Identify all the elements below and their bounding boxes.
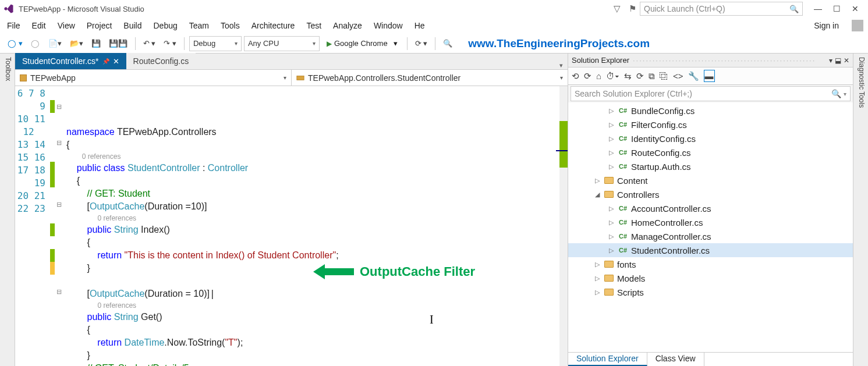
properties-icon[interactable]: 🔧 bbox=[688, 71, 699, 81]
fold-gutter[interactable]: ⊟⊟⊟⊟ bbox=[55, 86, 63, 366]
menu-team[interactable]: Team bbox=[183, 19, 215, 33]
menu-window[interactable]: Window bbox=[368, 19, 409, 33]
refresh-icon[interactable]: ⟳ bbox=[636, 71, 644, 81]
menu-architecture[interactable]: Architecture bbox=[246, 19, 301, 33]
menu-build[interactable]: Build bbox=[118, 19, 147, 33]
menu-tools[interactable]: Tools bbox=[215, 19, 246, 33]
csharp-file-icon: C# bbox=[618, 106, 628, 115]
tree-node[interactable]: ▷C#AccountController.cs bbox=[568, 201, 853, 215]
tree-node[interactable]: ▷C#StudentController.cs bbox=[568, 243, 853, 257]
tree-node[interactable]: ▷C#BundleConfig.cs bbox=[568, 104, 853, 118]
config-selector[interactable]: Debug▾ bbox=[189, 36, 242, 51]
pin-pane-icon[interactable]: ⬓ bbox=[835, 56, 841, 65]
platform-selector[interactable]: Any CPU▾ bbox=[244, 36, 320, 51]
pane-dropdown-icon[interactable]: ▾ bbox=[829, 56, 832, 65]
maximize-button[interactable]: ☐ bbox=[827, 0, 846, 17]
chevron-icon[interactable]: ▷ bbox=[608, 121, 615, 129]
csharp-file-icon: C# bbox=[618, 232, 628, 241]
diagnostic-tools-tab[interactable]: Diagnostic Tools bbox=[853, 54, 868, 366]
toolbox-panel-tab[interactable]: Toolbox bbox=[0, 54, 15, 366]
preview-icon[interactable]: ▬ bbox=[704, 70, 715, 82]
code-content[interactable]: namespace TEPwebApp.Controllers { 0 refe… bbox=[63, 86, 568, 366]
chevron-icon[interactable]: ▷ bbox=[594, 289, 601, 296]
solution-tree[interactable]: ▷C#BundleConfig.cs▷C#FilterConfig.cs▷C#I… bbox=[568, 102, 853, 352]
tree-node[interactable]: ▷C#HomeController.cs bbox=[568, 215, 853, 229]
find-button[interactable]: 🔍 bbox=[440, 36, 455, 51]
chevron-icon[interactable]: ▷ bbox=[608, 135, 615, 143]
save-button[interactable]: 💾 bbox=[88, 36, 104, 51]
minimize-button[interactable]: — bbox=[809, 0, 827, 17]
menu-debug[interactable]: Debug bbox=[148, 19, 183, 33]
redo-button[interactable]: ↷ ▾ bbox=[161, 36, 179, 51]
avatar-icon[interactable] bbox=[852, 20, 863, 31]
tab-class-view[interactable]: Class View bbox=[647, 353, 704, 366]
save-all-button[interactable]: 💾💾 bbox=[106, 36, 130, 51]
codelens-reference[interactable]: 0 references bbox=[66, 300, 568, 311]
menu-project[interactable]: Project bbox=[81, 19, 118, 33]
tree-node-label: Scripts bbox=[617, 287, 644, 297]
undo-button[interactable]: ↶ ▾ bbox=[140, 36, 159, 51]
nav-project-selector[interactable]: TEPwebApp ▾ bbox=[15, 70, 292, 86]
menu-file[interactable]: File bbox=[1, 19, 26, 33]
quick-launch-input[interactable]: Quick Launch (Ctrl+Q) 🔍 bbox=[640, 2, 803, 16]
refresh-button[interactable]: ⟳ ▾ bbox=[412, 36, 431, 51]
chevron-icon[interactable]: ▷ bbox=[594, 275, 601, 282]
doc-tab-studentcontroller[interactable]: StudentController.cs* 📌 ✕ bbox=[15, 53, 126, 69]
menu-view[interactable]: View bbox=[52, 19, 81, 33]
chevron-icon[interactable]: ▷ bbox=[608, 205, 615, 212]
pin-icon[interactable]: 📌 bbox=[102, 58, 109, 65]
code-icon[interactable]: <> bbox=[673, 71, 683, 81]
chevron-icon[interactable]: ◢ bbox=[594, 191, 601, 198]
tabs-dropdown-icon[interactable]: ▾ bbox=[559, 62, 563, 69]
forward-icon[interactable]: ⟳ bbox=[584, 71, 591, 81]
scrollbar-track[interactable] bbox=[559, 86, 568, 366]
close-pane-icon[interactable]: ✕ bbox=[844, 56, 849, 65]
back-button[interactable]: ◯ ▾ bbox=[5, 36, 26, 51]
code-editor[interactable]: 6 7 8 9 10 11 12 13 14 15 16 17 18 19 20… bbox=[15, 86, 568, 366]
tree-node[interactable]: ▷C#ManageController.cs bbox=[568, 229, 853, 243]
chevron-icon[interactable]: ▷ bbox=[608, 163, 615, 170]
new-project-button[interactable]: 📄▾ bbox=[45, 36, 65, 51]
tree-node[interactable]: ▷Models bbox=[568, 271, 853, 285]
flag-icon[interactable]: ⚑ bbox=[625, 0, 640, 17]
tab-solution-explorer[interactable]: Solution Explorer bbox=[568, 353, 647, 366]
menu-help[interactable]: He bbox=[409, 19, 431, 33]
close-window-button[interactable]: ✕ bbox=[846, 0, 865, 17]
sign-in-link[interactable]: Sign in bbox=[814, 21, 846, 30]
menu-test[interactable]: Test bbox=[300, 19, 327, 33]
tree-node[interactable]: ▷Content bbox=[568, 173, 853, 187]
tree-node[interactable]: ▷C#RouteConfig.cs bbox=[568, 145, 853, 159]
tree-node[interactable]: ◢Controllers bbox=[568, 187, 853, 201]
chevron-icon[interactable]: ▷ bbox=[608, 107, 615, 115]
chevron-icon[interactable]: ▷ bbox=[608, 149, 615, 157]
chevron-icon[interactable]: ▷ bbox=[594, 261, 601, 268]
tree-node[interactable]: ▷C#IdentityConfig.cs bbox=[568, 132, 853, 145]
home-icon[interactable]: ⌂ bbox=[596, 71, 601, 81]
open-button[interactable]: 📂▾ bbox=[67, 36, 86, 51]
funnel-icon[interactable]: ▽ bbox=[610, 0, 625, 17]
chevron-icon[interactable]: ▷ bbox=[608, 219, 615, 226]
sync-icon[interactable]: ⇆ bbox=[624, 71, 632, 81]
forward-button[interactable]: ◯ bbox=[28, 36, 43, 51]
menu-analyze[interactable]: Analyze bbox=[327, 19, 368, 33]
copy-icon[interactable]: ⿻ bbox=[660, 71, 668, 81]
tree-node[interactable]: ▷fonts bbox=[568, 257, 853, 271]
chevron-icon[interactable]: ▷ bbox=[608, 247, 615, 254]
doc-tab-routeconfig[interactable]: RouteConfig.cs bbox=[126, 53, 196, 69]
close-tab-icon[interactable]: ✕ bbox=[113, 57, 119, 66]
menu-edit[interactable]: Edit bbox=[26, 19, 52, 33]
tree-node[interactable]: ▷C#Startup.Auth.cs bbox=[568, 159, 853, 173]
tree-node[interactable]: ▷C#FilterConfig.cs bbox=[568, 118, 853, 132]
chevron-icon[interactable]: ▷ bbox=[594, 177, 601, 184]
tree-node[interactable]: ▷Scripts bbox=[568, 285, 853, 299]
chevron-icon[interactable]: ▷ bbox=[608, 233, 615, 240]
nav-class-selector[interactable]: TEPwebApp.Controllers.StudentController … bbox=[292, 70, 568, 86]
codelens-reference[interactable]: 0 references bbox=[66, 151, 568, 162]
back-icon[interactable]: ⟲ bbox=[572, 71, 579, 81]
collapse-icon[interactable]: ⧉ bbox=[649, 71, 655, 81]
codelens-reference[interactable]: 0 references bbox=[66, 213, 568, 223]
scope-icon[interactable]: ⏱▾ bbox=[606, 71, 619, 81]
search-dropdown-icon[interactable]: ▾ bbox=[844, 91, 846, 97]
run-button[interactable]: ▶Google Chrome▾ bbox=[322, 36, 402, 51]
solution-explorer-search[interactable]: Search Solution Explorer (Ctrl+;) 🔍 ▾ bbox=[571, 86, 851, 101]
